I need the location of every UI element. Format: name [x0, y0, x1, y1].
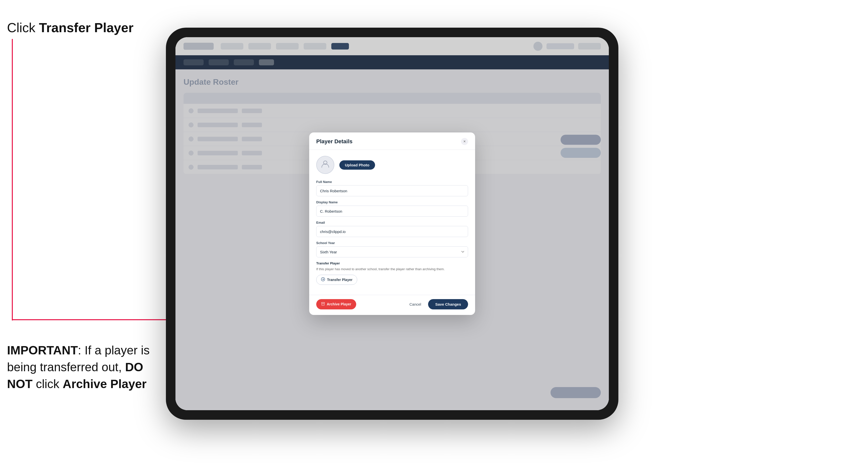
photo-upload-row: Upload Photo — [316, 156, 468, 174]
transfer-section-label: Transfer Player — [316, 261, 468, 265]
archive-player-button[interactable]: Archive Player — [316, 299, 356, 309]
transfer-icon — [321, 277, 325, 282]
tablet-device: Update Roster — [166, 28, 618, 420]
modal-header: Player Details × — [309, 132, 475, 150]
instruction-important: IMPORTANT — [7, 344, 78, 357]
email-label: Email — [316, 221, 468, 224]
full-name-group: Full Name — [316, 180, 468, 196]
transfer-player-label: Transfer Player — [327, 278, 352, 282]
player-details-modal: Player Details × — [309, 132, 475, 315]
display-name-label: Display Name — [316, 200, 468, 204]
modal-body: Upload Photo Full Name Display Name — [309, 150, 475, 295]
modal-footer: Archive Player Cancel Save Changes — [309, 295, 475, 315]
avatar-circle — [316, 156, 334, 174]
school-year-group: School Year Sixth Year First Year Second… — [316, 241, 468, 257]
email-input[interactable] — [316, 226, 468, 237]
svg-rect-2 — [321, 302, 324, 303]
school-year-select[interactable]: Sixth Year First Year Second Year Third … — [316, 246, 468, 257]
instruction-top: Click Transfer Player — [7, 20, 133, 35]
upload-photo-button[interactable]: Upload Photo — [339, 160, 375, 170]
full-name-input[interactable] — [316, 185, 468, 196]
transfer-section-description: If this player has moved to another scho… — [316, 267, 468, 272]
display-name-group: Display Name — [316, 200, 468, 217]
app-background: Update Roster — [176, 37, 609, 410]
email-group: Email — [316, 221, 468, 237]
archive-player-label: Archive Player — [327, 302, 351, 306]
annotation-bracket — [12, 39, 13, 320]
full-name-label: Full Name — [316, 180, 468, 184]
tablet-screen: Update Roster — [176, 37, 609, 410]
archive-icon — [321, 302, 325, 306]
modal-title: Player Details — [316, 138, 352, 145]
instruction-end: click — [32, 377, 63, 391]
modal-overlay: Player Details × — [176, 37, 609, 410]
modal-close-button[interactable]: × — [461, 138, 468, 145]
instruction-archive-ref: Archive Player — [63, 377, 147, 391]
school-year-label: School Year — [316, 241, 468, 245]
cancel-button[interactable]: Cancel — [405, 300, 425, 309]
save-changes-button[interactable]: Save Changes — [428, 299, 468, 309]
instruction-bold: Transfer Player — [39, 20, 133, 35]
instruction-prefix: Click — [7, 20, 39, 35]
transfer-section: Transfer Player If this player has moved… — [316, 261, 468, 285]
instruction-bottom: IMPORTANT: If a player is being transfer… — [7, 342, 168, 393]
transfer-player-button[interactable]: Transfer Player — [316, 275, 357, 285]
display-name-input[interactable] — [316, 206, 468, 217]
close-icon: × — [463, 139, 466, 144]
user-icon — [321, 159, 330, 170]
